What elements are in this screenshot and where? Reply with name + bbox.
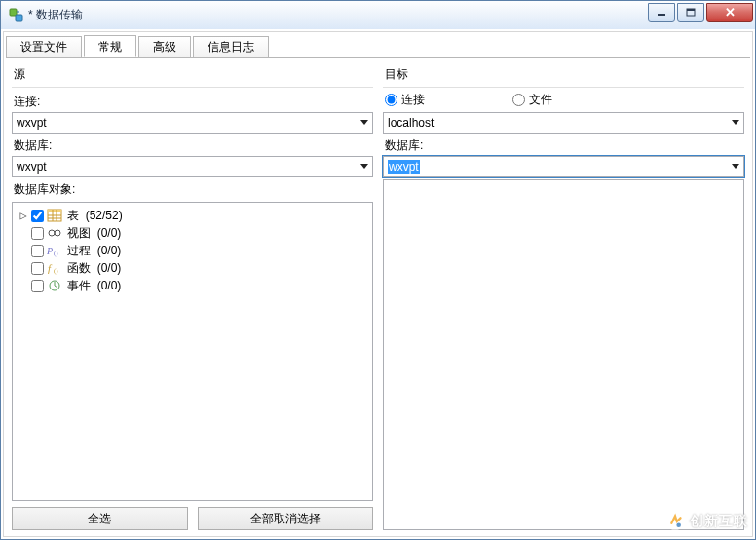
tree-checkbox-proc[interactable] [31,245,44,257]
tree-row-proc[interactable]: P() 过程 (0/0) [15,242,370,259]
select-all-button[interactable]: 全选 [12,507,188,530]
source-panel: 源 连接: wxvpt 数据库: wxvpt 数据库对象: ▷ [12,64,373,530]
source-database-value: wxvpt [17,160,360,174]
radio-label: 连接 [401,92,425,108]
tree-label: 过程 (0/0) [65,243,121,259]
source-connection-label: 连接: [12,90,373,112]
titlebar: * 数据传输 ✕ [0,0,756,29]
source-database-dropdown[interactable]: wxvpt [12,156,373,177]
window-buttons: ✕ [648,3,753,22]
target-group-label: 目标 [383,64,744,87]
table-icon [47,209,62,222]
radio-label: 文件 [529,92,552,108]
target-database-label: 数据库: [383,134,744,156]
tree-checkbox-func[interactable] [31,262,44,275]
tree-label: 事件 (0/0) [65,278,121,294]
target-radio-file-input[interactable] [512,94,525,106]
deselect-all-button[interactable]: 全部取消选择 [198,507,374,530]
tree-row-event[interactable]: 事件 (0/0) [15,277,370,294]
tree-label: 函数 (0/0) [65,260,121,277]
target-objects-box [383,179,744,530]
expand-icon[interactable]: ▷ [19,209,28,222]
close-button[interactable]: ✕ [706,3,753,22]
tab-settings-file[interactable]: 设置文件 [6,36,82,57]
svg-rect-6 [48,210,61,212]
target-connection-dropdown[interactable]: localhost [383,112,744,134]
tree-row-table[interactable]: ▷ 表 (52/52) [15,207,370,224]
window-body: 设置文件 常规 高级 信息日志 源 连接: wxvpt 数据库: wxvpt 数… [0,29,756,540]
tree-row-func[interactable]: f() 函数 (0/0) [15,259,370,277]
target-database-dropdown[interactable]: wxvpt [383,156,744,177]
chevron-down-icon [732,164,739,170]
app-icon [9,8,24,23]
target-connection-value: localhost [388,116,732,130]
tab-general[interactable]: 常规 [84,35,136,57]
event-icon [47,279,62,292]
tree-checkbox-view[interactable] [31,227,44,240]
target-radio-connection[interactable]: 连接 [385,92,425,108]
minimize-button[interactable] [648,3,675,22]
source-connection-dropdown[interactable]: wxvpt [12,112,373,134]
svg-text:(): () [54,250,58,257]
target-panel: 目标 连接 文件 localhost 数据库: wxvpt [383,64,744,530]
chevron-down-icon [360,120,368,126]
svg-rect-1 [16,15,22,21]
chevron-down-icon [360,164,368,170]
source-group-label: 源 [12,64,373,87]
view-icon [47,226,62,240]
source-database-label: 数据库: [12,134,373,156]
tree-label: 视图 (0/0) [65,225,121,242]
target-database-value: wxvpt [388,160,732,174]
chevron-down-icon [732,120,739,126]
function-icon: f() [47,261,62,275]
target-radio-file[interactable]: 文件 [512,92,552,108]
svg-text:f: f [48,262,53,274]
svg-point-11 [49,230,55,236]
source-objects-label: 数据库对象: [12,177,373,200]
maximize-button[interactable] [677,3,704,22]
tree-row-view[interactable]: 视图 (0/0) [15,224,370,242]
window-title: * 数据传输 [24,7,648,23]
tree-checkbox-event[interactable] [31,280,44,292]
tab-info-log[interactable]: 信息日志 [193,36,269,57]
procedure-icon: P() [47,244,62,257]
svg-text:(): () [54,267,58,275]
svg-text:P: P [47,246,53,256]
tree-label: 表 (52/52) [65,208,123,224]
svg-point-12 [55,230,60,236]
tabstrip: 设置文件 常规 高级 信息日志 [4,32,752,56]
source-connection-value: wxvpt [17,116,360,130]
tab-advanced[interactable]: 高级 [138,36,191,57]
source-objects-tree[interactable]: ▷ 表 (52/52) 视图 (0/0) [12,202,373,501]
tree-checkbox-table[interactable] [31,210,44,222]
target-radio-connection-input[interactable] [385,94,397,106]
